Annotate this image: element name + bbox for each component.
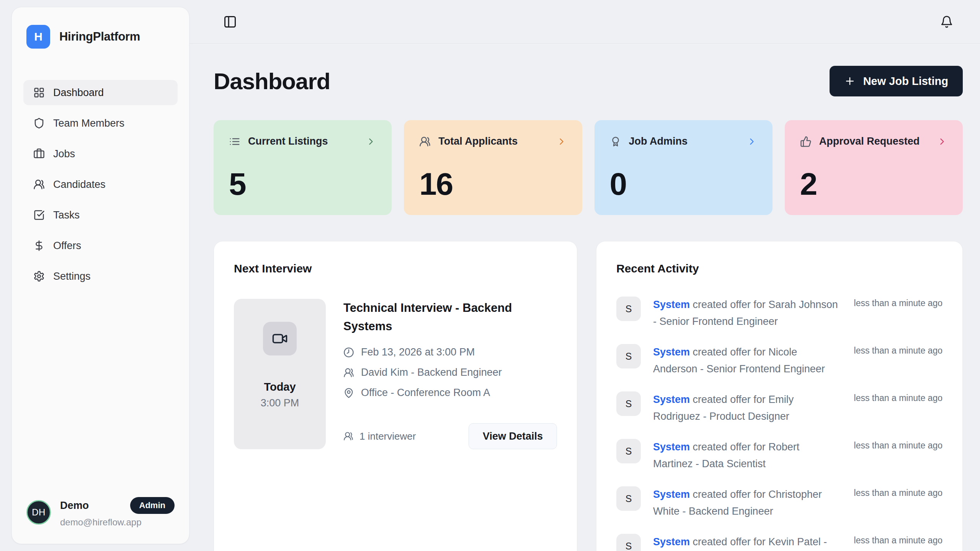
activity-timestamp: less than a minute ago	[854, 486, 942, 498]
list-icon	[229, 136, 240, 147]
interviewer-count-label: 1 interviewer	[359, 430, 416, 442]
user-email: demo@hireflow.app	[60, 517, 175, 528]
users-icon	[343, 367, 354, 378]
interview-time: 3:00 PM	[261, 397, 299, 409]
chevron-right-icon	[937, 136, 947, 147]
activity-timestamp: less than a minute ago	[854, 439, 942, 451]
sidebar-item-label: Tasks	[53, 209, 80, 221]
activity-list: S System created offer for Sarah Johnson…	[616, 297, 942, 551]
award-icon	[610, 136, 621, 147]
panel-left-icon	[223, 15, 237, 29]
sidebar-item-team-members[interactable]: Team Members	[23, 111, 178, 136]
stat-label: Job Admins	[629, 135, 688, 147]
interview-person: David Kim - Backend Engineer	[361, 367, 502, 378]
sidebar-toggle-button[interactable]	[221, 13, 239, 31]
chevron-right-icon	[556, 136, 567, 147]
avatar: DH	[26, 500, 51, 525]
interviewer-count: 1 interviewer	[343, 430, 416, 442]
stat-label: Current Listings	[248, 135, 328, 147]
notifications-button[interactable]	[938, 13, 956, 31]
activity-item: S System created offer for Nicole Anders…	[616, 344, 942, 378]
dollar-icon	[33, 240, 45, 251]
sidebar-item-label: Jobs	[53, 148, 75, 160]
activity-item: S System created offer for Sarah Johnson…	[616, 297, 942, 331]
recent-activity-title: Recent Activity	[616, 262, 942, 275]
stat-label: Total Applicants	[438, 135, 518, 147]
activity-timestamp: less than a minute ago	[854, 344, 942, 356]
user-info: Demo Admin demo@hireflow.app	[60, 497, 175, 528]
stat-card-approval-requested[interactable]: Approval Requested 2	[785, 120, 963, 215]
panels-row: Next Interview Today 3:00 PM Technical I…	[214, 241, 963, 551]
interview-thumbnail: Today 3:00 PM	[234, 299, 326, 449]
sidebar: H HiringPlatform Dashboard Team Members …	[11, 7, 189, 544]
stat-value: 5	[229, 169, 376, 199]
map-pin-icon	[343, 388, 354, 398]
stat-value: 16	[419, 169, 567, 199]
next-interview-title: Next Interview	[234, 262, 557, 275]
brand: H HiringPlatform	[23, 20, 178, 49]
stat-label: Approval Requested	[819, 135, 920, 147]
users-icon	[343, 431, 353, 441]
activity-actor[interactable]: System	[653, 489, 690, 500]
chevron-right-icon	[746, 136, 757, 147]
interview-datetime-row: Feb 13, 2026 at 3:00 PM	[343, 346, 557, 358]
sidebar-item-label: Settings	[53, 271, 91, 282]
main-area: Dashboard New Job Listing Current Listin…	[189, 0, 980, 551]
app-logo: H	[26, 25, 50, 49]
video-icon	[263, 322, 297, 355]
next-interview-panel: Next Interview Today 3:00 PM Technical I…	[214, 241, 577, 551]
content: Dashboard New Job Listing Current Listin…	[189, 44, 980, 551]
activity-actor[interactable]: System	[653, 441, 690, 453]
user-profile[interactable]: DH Demo Admin demo@hireflow.app	[23, 493, 178, 531]
new-job-listing-label: New Job Listing	[863, 75, 948, 88]
stat-card-job-admins[interactable]: Job Admins 0	[595, 120, 773, 215]
user-name: Demo	[60, 500, 89, 512]
activity-avatar: S	[616, 439, 641, 463]
interview-event-title: Technical Interview - Backend Systems	[343, 299, 557, 336]
topbar	[189, 0, 980, 44]
sidebar-item-tasks[interactable]: Tasks	[23, 202, 178, 228]
interview-datetime: Feb 13, 2026 at 3:00 PM	[361, 346, 475, 358]
users-icon	[419, 136, 431, 147]
sidebar-item-label: Team Members	[53, 117, 124, 129]
interview-details: Technical Interview - Backend Systems Fe…	[343, 299, 557, 449]
activity-item: S System created offer for Christopher W…	[616, 486, 942, 521]
activity-actor[interactable]: System	[653, 536, 690, 548]
view-details-button[interactable]: View Details	[469, 423, 557, 449]
bell-icon	[940, 15, 953, 28]
activity-item: S System created offer for Emily Rodrigu…	[616, 391, 942, 426]
activity-avatar: S	[616, 534, 641, 551]
sidebar-item-dashboard[interactable]: Dashboard	[23, 80, 178, 105]
activity-actor[interactable]: System	[653, 394, 690, 405]
stat-card-current-listings[interactable]: Current Listings 5	[214, 120, 392, 215]
activity-avatar: S	[616, 297, 641, 321]
activity-avatar: S	[616, 344, 641, 368]
sidebar-item-jobs[interactable]: Jobs	[23, 141, 178, 166]
role-badge: Admin	[130, 497, 175, 514]
activity-timestamp: less than a minute ago	[854, 297, 942, 308]
plus-icon	[844, 75, 856, 87]
activity-actor[interactable]: System	[653, 346, 690, 358]
interview-date: Today	[264, 381, 296, 393]
shield-icon	[33, 117, 45, 129]
interview-location: Office - Conference Room A	[361, 387, 490, 399]
new-job-listing-button[interactable]: New Job Listing	[830, 66, 963, 96]
sidebar-spacer	[23, 294, 178, 493]
layout-grid-icon	[33, 87, 45, 98]
title-row: Dashboard New Job Listing	[214, 66, 963, 96]
stat-value: 0	[610, 169, 757, 199]
briefcase-icon	[33, 148, 45, 160]
stat-card-total-applicants[interactable]: Total Applicants 16	[404, 120, 582, 215]
stat-value: 2	[800, 169, 947, 199]
recent-activity-panel: Recent Activity S System created offer f…	[596, 241, 963, 551]
activity-timestamp: less than a minute ago	[854, 391, 942, 403]
activity-actor[interactable]: System	[653, 299, 690, 310]
sidebar-item-label: Dashboard	[53, 87, 104, 99]
sidebar-item-candidates[interactable]: Candidates	[23, 172, 178, 197]
sidebar-item-offers[interactable]: Offers	[23, 233, 178, 258]
app-name: HiringPlatform	[59, 30, 140, 44]
sidebar-item-settings[interactable]: Settings	[23, 264, 178, 289]
interview-location-row: Office - Conference Room A	[343, 387, 557, 399]
chevron-right-icon	[366, 136, 376, 147]
stats-row: Current Listings 5 Total Applicants	[214, 120, 963, 215]
